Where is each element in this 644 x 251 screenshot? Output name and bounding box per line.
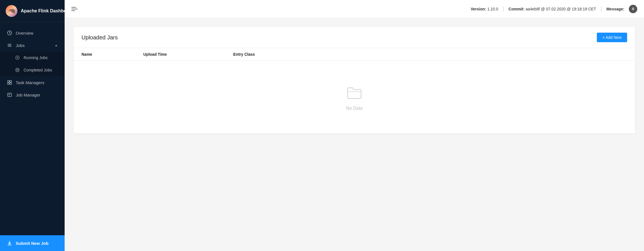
sidebar-item-job-manager-label: Job Manager [16,93,58,97]
svg-rect-11 [10,80,12,82]
sidebar-item-task-managers-label: Task Managers [16,80,58,85]
submit-new-job-button[interactable]: Submit New Job [0,235,65,251]
sidebar-item-running-jobs-label: Running Jobs [24,55,58,60]
version-label: Version: 1.10.0 [471,7,498,11]
message-key: Message: [606,7,624,11]
col-name-header: Name [81,52,143,57]
task-managers-icon [7,80,12,85]
jars-table-header: Name Upload Time Entry Class [74,48,635,61]
svg-rect-13 [10,83,12,84]
svg-point-8 [16,68,19,72]
sidebar: 🦔 Apache Flink Dashboard Overview [0,0,65,251]
jars-panel: Uploaded Jars + Add New Name Upload Time… [74,27,635,133]
commit-value: aa4eb8f @ 07.02.2020 @ 19:18:19 CET [525,7,596,11]
svg-rect-14 [8,93,12,97]
col-upload-time-header: Upload Time [143,52,233,57]
job-manager-icon [7,92,12,98]
main-content: Version: 1.10.0 | Commit: aa4eb8f @ 07.0… [65,0,644,251]
sidebar-item-task-managers[interactable]: Task Managers [0,76,65,89]
sidebar-footer: Submit New Job [0,235,65,251]
jobs-icon [7,42,12,48]
topbar-divider-1: | [503,6,504,12]
version-value: 1.10.0 [487,7,498,11]
sidebar-item-jobs-label: Jobs [16,43,55,48]
topbar: Version: 1.10.0 | Commit: aa4eb8f @ 07.0… [65,0,644,18]
logo-squirrel: 🦔 [8,7,15,15]
content-area: Uploaded Jars + Add New Name Upload Time… [65,18,644,251]
sidebar-item-jobs[interactable]: Jobs ▲ [0,39,65,51]
topbar-divider-2: | [601,6,602,12]
submit-new-job-label: Submit New Job [16,241,58,246]
commit-info: Commit: aa4eb8f @ 07.02.2020 @ 19:18:19 … [509,7,596,11]
col-entry-class-header: Entry Class [233,52,627,57]
svg-rect-12 [8,83,9,84]
commit-key: Commit: [509,7,525,11]
nav-section: Overview Jobs ▲ [0,22,65,235]
sidebar-item-running-jobs[interactable]: Running Jobs [0,51,65,64]
jobs-submenu: Running Jobs Completed Jobs [0,51,65,76]
running-jobs-icon [15,55,20,60]
version-key: Version: [471,7,486,11]
completed-jobs-icon [15,67,20,73]
svg-rect-10 [8,80,9,82]
topbar-info: Version: 1.10.0 | Commit: aa4eb8f @ 07.0… [471,5,637,13]
no-data-text: No Data [346,106,363,111]
message-label: Message: [606,7,624,11]
jars-header: Uploaded Jars + Add New [74,27,635,48]
message-count: 0 [632,7,634,11]
empty-folder-icon [345,83,363,101]
svg-line-2 [10,33,11,33]
jobs-chevron-icon: ▲ [55,43,58,47]
add-new-button[interactable]: + Add New [597,33,627,42]
sidebar-item-completed-jobs[interactable]: Completed Jobs [0,64,65,76]
sidebar-item-job-manager[interactable]: Job Manager [0,89,65,101]
jars-title: Uploaded Jars [81,34,118,41]
menu-toggle-button[interactable] [71,6,78,12]
sidebar-item-overview-label: Overview [16,31,58,35]
sidebar-item-overview[interactable]: Overview [0,27,65,39]
message-count-badge[interactable]: 0 [629,5,637,13]
svg-marker-7 [17,57,19,59]
sidebar-item-completed-jobs-label: Completed Jobs [24,68,58,72]
jars-empty-state: No Data [74,61,635,133]
logo-icon: 🦔 [6,5,17,17]
overview-icon [7,30,12,36]
svg-point-9 [17,69,18,71]
sidebar-header: 🦔 Apache Flink Dashboard [0,0,65,22]
submit-job-icon [7,240,12,246]
